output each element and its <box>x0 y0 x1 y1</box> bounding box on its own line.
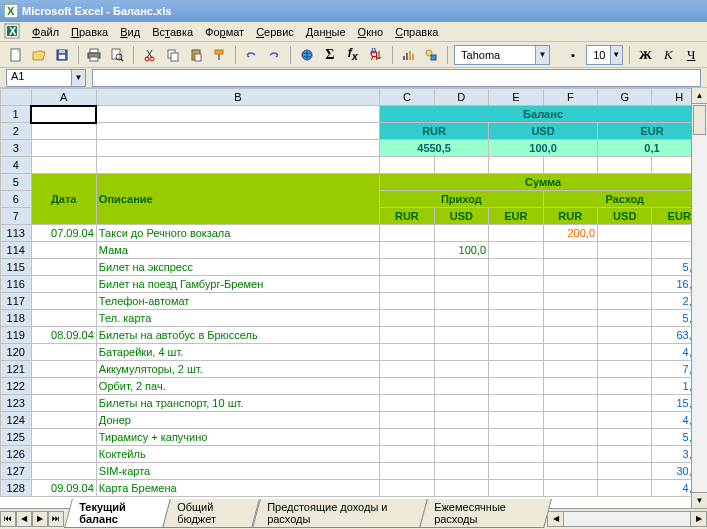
value-cell[interactable] <box>598 310 652 327</box>
date-cell[interactable] <box>31 412 96 429</box>
value-cell[interactable] <box>489 429 543 446</box>
row-header[interactable]: 122 <box>1 378 32 395</box>
row-header[interactable]: 126 <box>1 446 32 463</box>
cell[interactable] <box>489 157 543 174</box>
value-cell[interactable] <box>434 361 488 378</box>
column-header[interactable]: E <box>489 89 543 106</box>
value-cell[interactable] <box>434 225 488 242</box>
value-cell[interactable] <box>489 412 543 429</box>
menu-вставка[interactable]: Вставка <box>146 24 199 40</box>
value-cell[interactable] <box>380 327 434 344</box>
date-cell[interactable] <box>31 310 96 327</box>
value-cell[interactable] <box>598 225 652 242</box>
cell[interactable] <box>96 106 379 123</box>
value-cell[interactable] <box>489 463 543 480</box>
date-cell[interactable]: 08.09.04 <box>31 327 96 344</box>
value-cell[interactable] <box>380 480 434 497</box>
row-header[interactable]: 3 <box>1 140 32 157</box>
font-size-selector[interactable]: 10 ▼ <box>586 45 623 65</box>
tab-first-button[interactable]: ⏮ <box>0 511 16 527</box>
row-header[interactable]: 120 <box>1 344 32 361</box>
desc-cell[interactable]: Тел. карта <box>96 310 379 327</box>
value-cell[interactable] <box>434 412 488 429</box>
currency-col-header[interactable]: USD <box>598 208 652 225</box>
drawing-button[interactable] <box>421 44 441 66</box>
autosum-button[interactable]: Σ <box>320 44 340 66</box>
sheet-tab[interactable]: Текущий баланс <box>64 499 171 528</box>
row-header[interactable]: 121 <box>1 361 32 378</box>
value-cell[interactable] <box>434 480 488 497</box>
row-header[interactable]: 114 <box>1 242 32 259</box>
currency-col-header[interactable]: EUR <box>489 208 543 225</box>
value-cell[interactable] <box>543 378 597 395</box>
desc-cell[interactable]: Батарейки, 4 шт. <box>96 344 379 361</box>
row-header[interactable]: 115 <box>1 259 32 276</box>
scroll-left-button[interactable]: ◀ <box>548 512 564 526</box>
value-cell[interactable] <box>380 225 434 242</box>
income-header[interactable]: Приход <box>380 191 543 208</box>
currency-col-header[interactable]: USD <box>434 208 488 225</box>
row-header[interactable]: 113 <box>1 225 32 242</box>
menu-сервис[interactable]: Сервис <box>250 24 300 40</box>
sum-header[interactable]: Сумма <box>380 174 707 191</box>
value-cell[interactable] <box>543 327 597 344</box>
row-header[interactable]: 124 <box>1 412 32 429</box>
value-cell[interactable] <box>598 259 652 276</box>
vertical-scrollbar[interactable]: ▲ ▼ <box>691 88 707 508</box>
spreadsheet-grid[interactable]: ABCDEFGH 1Баланс2RURUSDEUR34550,5100,00,… <box>0 88 707 508</box>
sheet-tab[interactable]: Предстоящие доходы и расходы <box>252 499 428 528</box>
value-cell[interactable] <box>598 361 652 378</box>
value-cell[interactable] <box>380 242 434 259</box>
row-header[interactable]: 118 <box>1 310 32 327</box>
desc-header[interactable]: Описание <box>96 174 379 225</box>
sheet-tab[interactable]: Общий бюджет <box>163 499 261 528</box>
value-cell[interactable] <box>543 480 597 497</box>
value-cell[interactable] <box>598 276 652 293</box>
row-header[interactable]: 2 <box>1 123 32 140</box>
value-cell[interactable] <box>434 446 488 463</box>
paste-button[interactable] <box>186 44 206 66</box>
value-cell[interactable] <box>489 361 543 378</box>
value-cell[interactable] <box>598 412 652 429</box>
chart-button[interactable] <box>398 44 418 66</box>
date-cell[interactable] <box>31 429 96 446</box>
column-header[interactable]: D <box>434 89 488 106</box>
value-cell[interactable] <box>489 242 543 259</box>
value-cell[interactable] <box>598 242 652 259</box>
sort-asc-button[interactable]: AЯ <box>366 44 386 66</box>
column-header[interactable]: F <box>543 89 597 106</box>
value-cell[interactable] <box>380 412 434 429</box>
row-header[interactable]: 125 <box>1 429 32 446</box>
value-cell[interactable] <box>489 327 543 344</box>
column-header[interactable]: C <box>380 89 434 106</box>
value-cell[interactable] <box>489 480 543 497</box>
copy-button[interactable] <box>163 44 183 66</box>
value-cell[interactable] <box>380 446 434 463</box>
cell[interactable] <box>96 140 379 157</box>
cell[interactable] <box>31 157 96 174</box>
value-cell[interactable] <box>434 276 488 293</box>
balance-value[interactable]: 100,0 <box>489 140 598 157</box>
value-cell[interactable] <box>489 378 543 395</box>
save-button[interactable] <box>52 44 72 66</box>
value-cell[interactable] <box>598 395 652 412</box>
dropdown-arrow-icon[interactable]: ▼ <box>71 70 85 86</box>
scroll-up-button[interactable]: ▲ <box>692 88 707 104</box>
value-cell[interactable] <box>543 412 597 429</box>
redo-button[interactable] <box>264 44 284 66</box>
row-header[interactable]: 116 <box>1 276 32 293</box>
column-header[interactable]: B <box>96 89 379 106</box>
value-cell[interactable] <box>380 361 434 378</box>
cell[interactable] <box>31 140 96 157</box>
row-header[interactable]: 117 <box>1 293 32 310</box>
desc-cell[interactable]: Билет на экспресс <box>96 259 379 276</box>
value-cell[interactable] <box>543 361 597 378</box>
value-cell[interactable] <box>489 293 543 310</box>
value-cell[interactable] <box>543 276 597 293</box>
value-cell[interactable] <box>434 378 488 395</box>
value-cell[interactable] <box>543 242 597 259</box>
cell[interactable] <box>380 157 434 174</box>
value-cell[interactable] <box>380 378 434 395</box>
date-cell[interactable]: 09.09.04 <box>31 480 96 497</box>
balance-title[interactable]: Баланс <box>380 106 707 123</box>
